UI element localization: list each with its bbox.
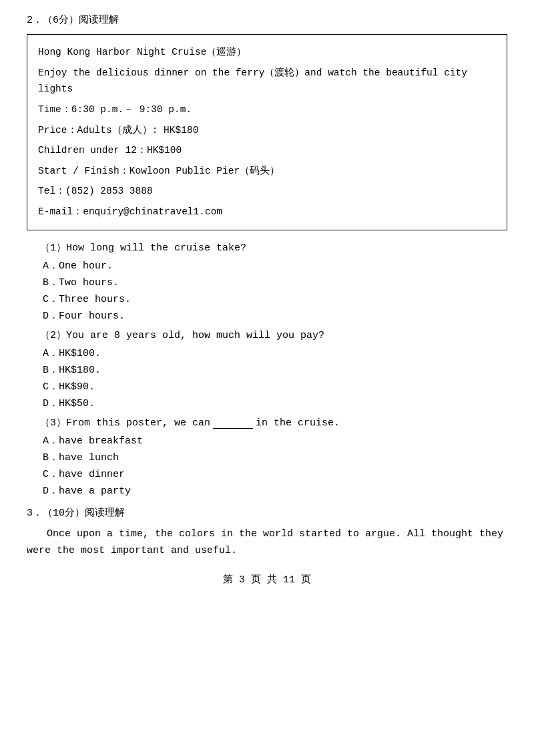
question-1-option-a: A．One hour. [40, 259, 507, 272]
question-2-block: （2）You are 8 years old, how much will yo… [27, 329, 507, 409]
info-box: Hong Kong Harbor Night Cruise（巡游） Enjoy … [27, 34, 507, 230]
question-2-option-d: D．HK$50. [40, 397, 507, 409]
question-3-option-b: B．have lunch [40, 451, 507, 463]
page-footer: 第 3 页 共 11 页 [27, 573, 507, 586]
question-1-option-b: B．Two hours. [40, 276, 507, 289]
section-3-paragraph: Once upon a time, the colors in the worl… [27, 526, 507, 560]
question-3-text-before: （3）From this poster, we can [40, 417, 210, 429]
question-3-blank [213, 417, 253, 429]
question-1-option-c: C．Three hours. [40, 293, 507, 305]
info-line-8: E-mail：enquiry@chinatravel1.com [38, 204, 496, 220]
info-line-7: Tel：(852) 2853 3888 [38, 183, 496, 200]
info-line-4: Price：Adults（成人）: HK$180 [38, 122, 496, 139]
question-3-text-after: in the cruise. [256, 417, 340, 429]
info-line-6: Start / Finish：Kowloon Public Pier（码头） [38, 163, 496, 180]
question-2-option-c: C．HK$90. [40, 380, 507, 393]
question-2-text: （2）You are 8 years old, how much will yo… [40, 329, 507, 341]
info-line-1: Hong Kong Harbor Night Cruise（巡游） [38, 44, 496, 61]
question-2-option-b: B．HK$180. [40, 363, 507, 376]
section-3-header: 3．（10分）阅读理解 [27, 506, 507, 519]
question-2-option-a: A．HK$100. [40, 347, 507, 359]
question-3-text: （3）From this poster, we can in the cruis… [40, 416, 507, 429]
question-1-option-d: D．Four hours. [40, 309, 507, 322]
question-3-block: （3）From this poster, we can in the cruis… [27, 416, 507, 497]
question-1-text: （1）How long will the cruise take? [40, 241, 507, 254]
info-line-2: Enjoy the delicious dinner on the ferry（… [38, 65, 496, 98]
info-line-5: Children under 12：HK$100 [38, 142, 496, 159]
question-3-option-a: A．have breakfast [40, 434, 507, 447]
question-3-option-d: D．have a party [40, 484, 507, 497]
question-1-block: （1）How long will the cruise take? A．One … [27, 241, 507, 322]
question-3-option-c: C．have dinner [40, 467, 507, 480]
info-line-3: Time：6:30 p.m.－ 9:30 p.m. [38, 102, 496, 118]
section-2-header: 2．（6分）阅读理解 [27, 13, 507, 26]
